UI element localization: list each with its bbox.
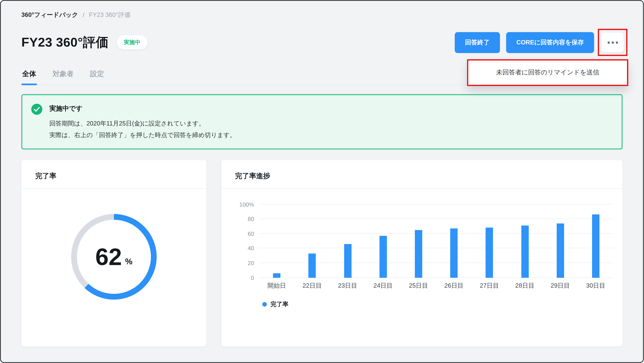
alert-body: 実施中です 回答期間は、2020年11月25日(金)に設定されています。 実際は… <box>49 103 236 141</box>
x-tick-label: 24日目 <box>365 282 401 290</box>
bar-開始日[interactable] <box>273 273 280 278</box>
breadcrumb: 360°フィードバック / FY23 360°評価 <box>1 1 643 19</box>
x-tick-label: 22日目 <box>294 282 330 290</box>
page-title: FY23 360°評価 <box>21 34 108 51</box>
y-tick-label: 0 <box>251 274 254 281</box>
bar-column <box>330 204 365 278</box>
bar-column <box>259 204 294 278</box>
bar-column <box>472 204 507 278</box>
donut-center: 62 % <box>69 211 159 302</box>
bar-column <box>436 204 472 278</box>
annotation-box-more <box>598 29 627 56</box>
tab-overall[interactable]: 全体 <box>21 69 37 85</box>
tab-subjects[interactable]: 対象者 <box>52 69 74 85</box>
dashboard-cards: 完了率 62 % 完了率進捗 020406080100% <box>21 160 622 346</box>
breadcrumb-parent-link[interactable]: 360°フィードバック <box>21 11 78 19</box>
bar-29日目[interactable] <box>556 223 564 278</box>
scale-wrapper: 360°フィードバック / FY23 360°評価 FY23 360°評価 実施… <box>0 0 644 363</box>
bar-column <box>365 204 401 278</box>
breadcrumb-current: FY23 360°評価 <box>89 11 130 19</box>
end-answers-button[interactable]: 回答終了 <box>455 32 500 53</box>
y-tick-label: 40 <box>248 245 254 252</box>
chart-legend: 完了率 <box>259 300 614 308</box>
progress-card-title: 完了率進捗 <box>221 160 622 189</box>
ellipsis-icon <box>612 41 614 43</box>
bar-chart: 020406080100% 開始日22日目23日目24日目25日目26日目27日… <box>221 189 622 308</box>
more-button[interactable] <box>601 32 624 53</box>
y-axis: 020406080100% <box>235 204 259 278</box>
bar-24日目[interactable] <box>379 236 387 278</box>
bar-27日目[interactable] <box>486 228 493 278</box>
bar-column <box>542 204 578 278</box>
legend-dot-icon <box>262 302 267 306</box>
x-tick-label: 30日目 <box>578 282 614 290</box>
plot-column: 開始日22日目23日目24日目25日目26日目27日目28日目29日目30日目 … <box>259 204 614 308</box>
x-tick-label: 23日目 <box>330 282 365 290</box>
y-tick-label: 100% <box>239 201 254 208</box>
annotation-box-menu: 未回答者に回答のリマインドを送信 <box>467 59 628 86</box>
x-tick-label: 29日目 <box>542 282 578 290</box>
y-tick-label: 60 <box>248 230 254 237</box>
x-tick-label: 27日目 <box>472 282 507 290</box>
bar-column <box>401 204 436 278</box>
alert-line-1: 回答期間は、2020年11月25日(金)に設定されています。 <box>49 118 236 129</box>
bar-column <box>578 204 614 278</box>
plot-area <box>259 204 614 278</box>
donut-chart: 62 % <box>69 211 159 302</box>
y-tick-label: 80 <box>248 215 254 223</box>
bar-28日目[interactable] <box>521 226 528 278</box>
bar-column <box>507 204 542 278</box>
tab-settings[interactable]: 設定 <box>89 69 105 85</box>
bar-series <box>259 204 614 278</box>
x-tick-label: 28日目 <box>507 282 542 290</box>
x-axis-labels: 開始日22日目23日目24日目25日目26日目27日目28日目29日目30日目 <box>259 282 614 290</box>
ellipsis-icon <box>608 41 610 43</box>
y-tick-label: 20 <box>248 259 254 267</box>
bar-22日目[interactable] <box>308 253 316 278</box>
bar-column <box>294 204 330 278</box>
header-actions: 回答終了 COREに回答内容を保存 <box>455 29 628 56</box>
alert-title: 実施中です <box>49 105 236 113</box>
bar-26日目[interactable] <box>450 229 458 278</box>
ellipsis-icon <box>616 41 618 43</box>
page-header: FY23 360°評価 実施中 回答終了 COREに回答内容を保存 <box>21 29 627 56</box>
completion-percent-unit: % <box>125 257 132 266</box>
completion-rate-card: 完了率 62 % <box>21 160 206 346</box>
x-tick-label: 26日目 <box>436 282 472 290</box>
status-alert: 実施中です 回答期間は、2020年11月25日(金)に設定されています。 実際は… <box>21 94 622 149</box>
x-tick-label: 開始日 <box>259 282 294 290</box>
save-to-core-button[interactable]: COREに回答内容を保存 <box>506 32 594 53</box>
bar-30日目[interactable] <box>592 215 600 278</box>
legend-label: 完了率 <box>270 300 288 308</box>
alert-line-2: 実際は、右上の「回答終了」を押した時点で回答を締め切ります。 <box>49 129 236 141</box>
app-window: 360°フィードバック / FY23 360°評価 FY23 360°評価 実施… <box>0 0 644 363</box>
status-badge: 実施中 <box>117 36 148 49</box>
completion-progress-card: 完了率進捗 020406080100% 開始日22日目23日目24日目25日目2… <box>221 160 622 346</box>
completion-card-title: 完了率 <box>21 160 206 189</box>
x-tick-label: 25日目 <box>401 282 436 290</box>
menu-item-send-reminder[interactable]: 未回答者に回答のリマインドを送信 <box>468 61 627 85</box>
breadcrumb-separator: / <box>83 12 84 19</box>
bar-25日目[interactable] <box>415 230 422 278</box>
bar-23日目[interactable] <box>344 244 351 278</box>
check-circle-icon <box>31 104 42 115</box>
completion-percent-value: 62 <box>96 243 122 270</box>
